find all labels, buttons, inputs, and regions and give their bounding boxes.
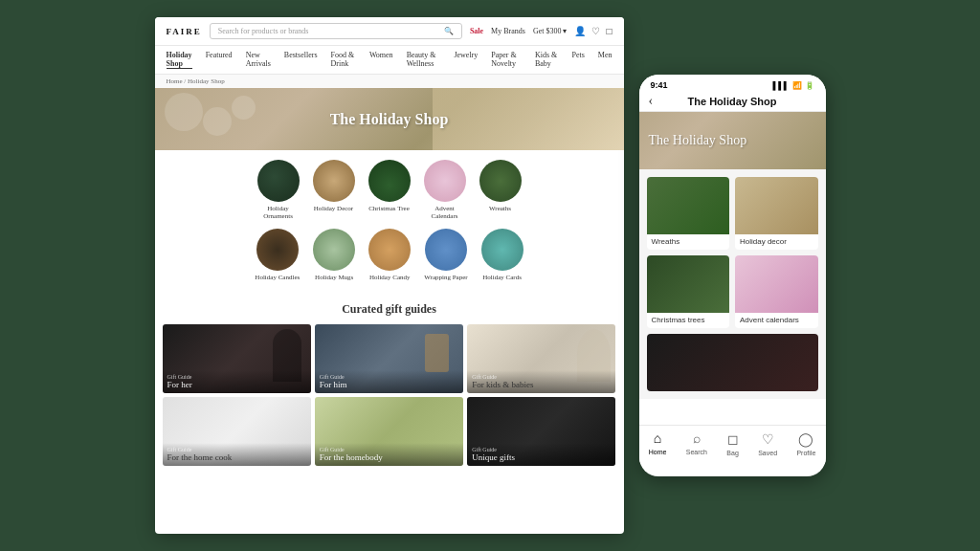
gift-title-unique: Unique gifts	[472, 452, 611, 462]
cat-item-ornaments[interactable]: HolidayOrnaments	[257, 160, 300, 221]
my-brands-link[interactable]: My Brands	[491, 27, 525, 35]
cat-item-candles[interactable]: Holiday Candles	[255, 229, 300, 281]
gift-card-him[interactable]: Gift Guide For him	[315, 324, 463, 393]
categories-section: HolidayOrnaments Holiday Decor Christmas…	[155, 150, 624, 295]
back-button[interactable]: ‹	[649, 94, 654, 109]
signal-icon: ▌▌▌	[772, 81, 789, 90]
cat-item-tree[interactable]: Christmas Tree	[368, 160, 411, 221]
gift-guides-section: Curated gift guides Gift Guide For her G…	[155, 295, 624, 472]
cat-holiday-shop[interactable]: Holiday Shop	[167, 51, 192, 69]
mobile-nav-saved[interactable]: ♡ Saved	[758, 431, 777, 456]
cat-item-decor[interactable]: Holiday Decor	[313, 160, 355, 221]
mobile-img-advent	[735, 255, 818, 313]
mobile-label-advent: Advent calendars	[735, 313, 818, 328]
mobile-nav-bag-label: Bag	[726, 450, 738, 456]
gift-card-overlay-cook: Gift Guide For the home cook	[163, 443, 311, 466]
wifi-icon: 📶	[792, 81, 802, 90]
gift-card-overlay-him: Gift Guide For him	[315, 370, 463, 393]
cart-icon[interactable]: □	[606, 26, 612, 36]
cat-item-candy[interactable]: Holiday Candy	[368, 229, 411, 281]
cat-circle-cards	[481, 229, 523, 271]
mobile-grid-trees[interactable]: Christmas trees	[647, 255, 730, 328]
cat-featured[interactable]: Featured	[206, 51, 233, 69]
gift-title-him: For him	[320, 380, 458, 389]
cat-label-candles: Holiday Candles	[255, 274, 300, 281]
mobile-grid-featured[interactable]	[647, 334, 818, 391]
cat-circle-mugs	[313, 229, 355, 271]
gift-grid: Gift Guide For her Gift Guide For him Gi…	[163, 324, 616, 466]
gift-title-her: For her	[167, 380, 306, 389]
cat-jewelry[interactable]: Jewelry	[454, 51, 478, 69]
cat-label-cards: Holiday Cards	[482, 274, 522, 281]
gift-card-cook[interactable]: Gift Guide For the home cook	[163, 397, 311, 466]
saved-icon: ♡	[762, 431, 774, 448]
desktop-window: FAIRE Search for products or brands 🔍 Sa…	[155, 17, 624, 534]
profile-icon: ◯	[798, 431, 813, 448]
breadcrumb: Home / Holiday Shop	[155, 75, 624, 88]
mobile-nav-home-label: Home	[649, 449, 667, 455]
gift-title-homebody: For the homebody	[320, 452, 458, 462]
get-credit-link[interactable]: Get $300 ▾	[533, 27, 568, 35]
mobile-img-wreaths	[647, 177, 730, 234]
cat-label-mugs: Holiday Mugs	[315, 274, 353, 281]
cat-item-mugs[interactable]: Holiday Mugs	[313, 229, 355, 281]
mobile-label-decor: Holiday decor	[735, 234, 818, 250]
mobile-hero: The Holiday Shop	[639, 112, 826, 169]
cat-new-arrivals[interactable]: New Arrivals	[246, 51, 271, 69]
cat-circle-wreaths	[479, 160, 522, 202]
gift-card-her[interactable]: Gift Guide For her	[163, 324, 311, 393]
categories-row-1: HolidayOrnaments Holiday Decor Christmas…	[163, 160, 616, 221]
mobile-grid-decor[interactable]: Holiday decor	[735, 177, 818, 250]
gift-card-overlay-her: Gift Guide For her	[163, 370, 311, 393]
gift-card-unique[interactable]: Gift Guide Unique gifts	[467, 397, 615, 466]
cat-label-tree: Christmas Tree	[368, 205, 410, 212]
account-icon[interactable]: 👤	[574, 26, 586, 36]
gift-guides-title: Curated gift guides	[163, 302, 616, 317]
gift-card-homebody[interactable]: Gift Guide For the homebody	[315, 397, 463, 466]
cat-item-cards[interactable]: Holiday Cards	[481, 229, 523, 281]
top-nav: FAIRE Search for products or brands 🔍 Sa…	[155, 17, 624, 46]
mobile-hero-title: The Holiday Shop	[649, 133, 747, 148]
cat-item-wreaths[interactable]: Wreaths	[479, 160, 522, 221]
mobile-label-wreaths: Wreaths	[647, 234, 730, 250]
sale-link[interactable]: Sale	[470, 27, 483, 35]
mobile-nav-home[interactable]: ⌂ Home	[649, 431, 667, 456]
mobile-img-trees	[647, 255, 730, 313]
cat-label-decor: Holiday Decor	[314, 205, 353, 212]
gift-title-cook: For the home cook	[167, 452, 306, 462]
bag-icon: ◻	[727, 431, 739, 448]
cat-circle-candy	[368, 229, 411, 271]
mobile-nav-bag[interactable]: ◻ Bag	[726, 431, 738, 456]
cat-pets[interactable]: Pets	[572, 51, 585, 69]
mobile-nav-saved-label: Saved	[758, 450, 777, 456]
mobile-content: The Holiday Shop Wreaths Holiday decor C…	[639, 112, 826, 464]
gift-card-overlay-kids: Gift Guide For kids & babies	[467, 370, 615, 393]
cat-circle-tree	[368, 160, 411, 202]
gift-title-kids: For kids & babies	[472, 380, 611, 389]
cat-paper[interactable]: Paper & Novelty	[491, 51, 522, 69]
cat-label-wrapping: Wrapping Paper	[424, 274, 467, 281]
mobile-label-trees: Christmas trees	[647, 313, 730, 328]
cat-beauty[interactable]: Beauty & Wellness	[407, 51, 441, 69]
cat-circle-candles	[256, 229, 299, 271]
mobile-nav-profile[interactable]: ◯ Profile	[796, 431, 815, 456]
cat-women[interactable]: Women	[369, 51, 393, 69]
mobile-nav-profile-label: Profile	[796, 450, 815, 456]
gift-card-kids[interactable]: Gift Guide For kids & babies	[467, 324, 615, 393]
cat-food-drink[interactable]: Food & Drink	[331, 51, 356, 69]
cat-men[interactable]: Men	[598, 51, 612, 69]
mobile-img-featured	[647, 334, 818, 391]
mobile-grid-wreaths[interactable]: Wreaths	[647, 177, 730, 250]
mobile-product-grid: Wreaths Holiday decor Christmas trees Ad…	[639, 169, 826, 399]
mobile-nav-search[interactable]: ⌕ Search	[686, 431, 707, 456]
wishlist-icon[interactable]: ♡	[591, 26, 600, 36]
cat-item-wrapping[interactable]: Wrapping Paper	[424, 229, 467, 281]
cat-label-advent: AdventCalendars	[432, 205, 458, 221]
cat-kids[interactable]: Kids & Baby	[535, 51, 559, 69]
search-bar[interactable]: Search for products or brands 🔍	[210, 23, 462, 39]
gift-card-overlay-unique: Gift Guide Unique gifts	[467, 443, 615, 466]
mobile-grid-advent[interactable]: Advent calendars	[735, 255, 818, 328]
cat-item-advent[interactable]: AdventCalendars	[424, 160, 466, 221]
hero-title: The Holiday Shop	[330, 111, 449, 128]
cat-bestsellers[interactable]: Bestsellers	[284, 51, 318, 69]
